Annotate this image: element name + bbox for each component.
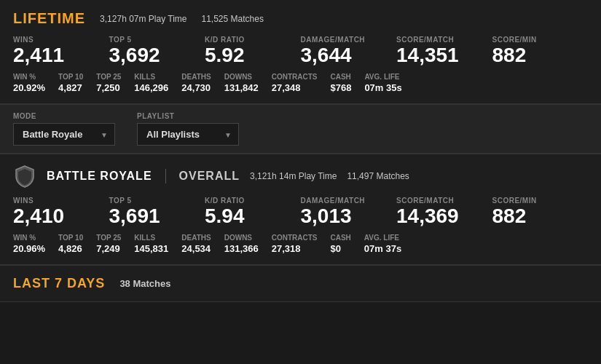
br-small-stat: Kills 145,831: [134, 234, 168, 254]
small-stat-label: Avg. Life: [364, 234, 401, 242]
lifetime-stat-block: DAMAGE/MATCH 3,644: [301, 36, 397, 66]
battle-royale-matches: 11,497 Matches: [347, 171, 409, 181]
small-stat-value: 07m 35s: [364, 82, 401, 93]
lifetime-small-stat: Cash $768: [330, 73, 351, 93]
small-stat-value: $0: [330, 243, 350, 254]
lifetime-stat-block: SCORE/MATCH 14,351: [396, 36, 492, 66]
small-stat-value: 4,826: [58, 243, 83, 254]
small-stat-label: Cash: [330, 73, 351, 81]
battle-royale-small-stats: Win % 20.96% Top 10 4,826 Top 25 7,249 K…: [13, 234, 588, 254]
stat-label: SCORE/MIN: [492, 36, 583, 44]
br-small-stat: Deaths 24,534: [181, 234, 211, 254]
lifetime-stat-block: K/D RATIO 5.92: [205, 36, 301, 66]
stat-label: WINS: [13, 197, 103, 205]
last7days-header: LAST 7 DAYS 38 Matches: [13, 276, 588, 291]
overall-label: OVERALL: [179, 170, 240, 183]
br-small-stat: Downs 131,366: [224, 234, 259, 254]
small-stat-value: 131,366: [224, 243, 259, 254]
small-stat-label: Cash: [330, 234, 350, 242]
small-stat-label: Avg. Life: [364, 73, 401, 81]
small-stat-value: 131,842: [224, 82, 259, 93]
playlist-filter-label: Playlist: [137, 112, 239, 120]
lifetime-small-stat: Contracts 27,348: [272, 73, 318, 93]
lifetime-matches: 11,525 Matches: [202, 14, 264, 24]
lifetime-small-stat: Deaths 24,730: [181, 73, 211, 93]
battle-royale-section: BATTLE ROYALE OVERALL 3,121h 14m Play Ti…: [0, 154, 601, 266]
stat-value: 3,692: [109, 45, 200, 66]
small-stat-label: Top 10: [58, 73, 83, 81]
mode-select[interactable]: Battle Royale Plunder Rebirth: [13, 123, 115, 146]
small-stat-value: 20.92%: [13, 82, 45, 93]
lifetime-small-stat: Top 25 7,250: [96, 73, 121, 93]
br-small-stat: Top 25 7,249: [96, 234, 121, 254]
playlist-filter-group: Playlist All Playlists Solos Duos Trios …: [137, 112, 239, 146]
stat-label: DAMAGE/MATCH: [301, 197, 391, 205]
br-small-stat: Cash $0: [330, 234, 350, 254]
small-stat-value: 146,296: [134, 82, 168, 93]
stat-label: DAMAGE/MATCH: [301, 36, 391, 44]
small-stat-label: Downs: [224, 234, 259, 242]
stat-value: 14,369: [396, 206, 487, 226]
small-stat-label: Top 10: [58, 234, 83, 242]
small-stat-value: 7,249: [96, 243, 121, 254]
stat-value: 2,410: [13, 206, 103, 226]
filter-section: Mode Battle Royale Plunder Rebirth Playl…: [0, 105, 601, 154]
playlist-select-wrapper: All Playlists Solos Duos Trios Quads: [137, 123, 239, 146]
stat-label: WINS: [13, 36, 103, 44]
battle-royale-playtime: 3,121h 14m Play Time: [250, 171, 337, 181]
stat-label: TOP 5: [109, 197, 200, 205]
stat-value: 14,351: [396, 45, 487, 66]
stat-value: 882: [492, 206, 583, 226]
lifetime-small-stat: Avg. Life 07m 35s: [364, 73, 401, 93]
small-stat-label: Deaths: [181, 234, 211, 242]
battle-royale-header: BATTLE ROYALE OVERALL 3,121h 14m Play Ti…: [13, 165, 588, 188]
small-stat-value: 145,831: [134, 243, 168, 254]
header-divider: [165, 169, 166, 183]
br-stat-block: K/D RATIO 5.94: [205, 197, 301, 226]
small-stat-value: 4,827: [58, 82, 83, 93]
small-stat-label: Downs: [224, 73, 259, 81]
battle-royale-main-stats: WINS 2,410 TOP 5 3,691 K/D RATIO 5.94 DA…: [13, 197, 588, 226]
stat-value: 2,411: [13, 45, 103, 66]
lifetime-title: LIFETIME: [13, 10, 85, 27]
lifetime-small-stat: Downs 131,842: [224, 73, 259, 93]
small-stat-label: Win %: [13, 234, 45, 242]
small-stat-label: Top 25: [96, 73, 121, 81]
small-stat-label: Kills: [134, 234, 168, 242]
stat-label: SCORE/MIN: [492, 197, 583, 205]
lifetime-section: LIFETIME 3,127h 07m Play Time 11,525 Mat…: [0, 0, 601, 105]
small-stat-label: Top 25: [96, 234, 121, 242]
mode-select-wrapper: Battle Royale Plunder Rebirth: [13, 123, 115, 146]
small-stat-value: 20.96%: [13, 243, 45, 254]
br-stat-block: SCORE/MIN 882: [492, 197, 589, 226]
lifetime-header: LIFETIME 3,127h 07m Play Time 11,525 Mat…: [13, 10, 588, 27]
small-stat-value: 7,250: [96, 82, 121, 93]
small-stat-label: Win %: [13, 73, 45, 81]
stat-value: 5.94: [205, 206, 295, 226]
br-small-stat: Top 10 4,826: [58, 234, 83, 254]
lifetime-playtime: 3,127h 07m Play Time: [100, 14, 186, 24]
small-stat-label: Contracts: [272, 234, 318, 242]
stat-label: K/D RATIO: [205, 36, 295, 44]
small-stat-value: 27,348: [272, 82, 318, 93]
stat-value: 3,013: [301, 206, 391, 226]
small-stat-label: Kills: [134, 73, 168, 81]
lifetime-stat-block: SCORE/MIN 882: [492, 36, 589, 66]
small-stat-value: 07m 37s: [364, 243, 401, 254]
br-stat-block: TOP 5 3,691: [109, 197, 205, 226]
playlist-select[interactable]: All Playlists Solos Duos Trios Quads: [137, 123, 239, 146]
br-small-stat: Win % 20.96%: [13, 234, 45, 254]
battle-royale-title: BATTLE ROYALE: [47, 170, 152, 183]
stat-label: SCORE/MATCH: [396, 197, 487, 205]
br-stat-block: WINS 2,410: [13, 197, 109, 226]
br-small-stat: Contracts 27,318: [272, 234, 318, 254]
last7days-matches: 38 Matches: [119, 278, 170, 289]
lifetime-small-stat: Top 10 4,827: [58, 73, 83, 93]
stat-value: 3,644: [301, 45, 391, 66]
lifetime-stat-block: WINS 2,411: [13, 36, 109, 66]
small-stat-value: 24,534: [181, 243, 211, 254]
last7days-title: LAST 7 DAYS: [13, 276, 105, 291]
small-stat-label: Contracts: [272, 73, 318, 81]
stat-label: SCORE/MATCH: [396, 36, 487, 44]
battle-royale-icon: [13, 165, 36, 188]
